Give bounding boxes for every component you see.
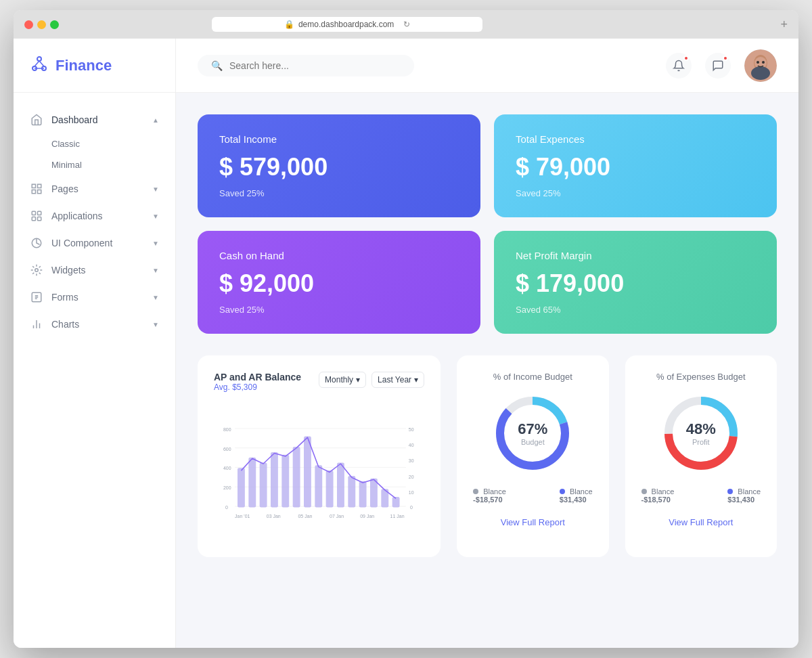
notifications-button[interactable] [666, 53, 692, 79]
donut2-legend-right: Blance $31,430 [727, 487, 761, 504]
forms-arrow: ▼ [152, 294, 159, 301]
donut-expenses-card: % of Expenses Budget [625, 355, 777, 557]
stats-grid: Total Income $ 579,000 Saved 25% Total E… [198, 114, 777, 334]
svg-text:200: 200 [223, 485, 231, 490]
ui-component-arrow: ▼ [152, 240, 159, 247]
svg-rect-47 [293, 447, 300, 507]
sidebar-item-pages[interactable]: Pages ▼ [14, 175, 175, 202]
donut2-legend-right-label: Blance [738, 487, 761, 496]
donut1-legend-left-label: Blance [483, 487, 506, 496]
sidebar-logo: Finance [14, 39, 175, 93]
svg-rect-54 [370, 479, 378, 508]
donut1-sub: Budget [518, 438, 547, 446]
net-profit-sub: Saved 65% [516, 305, 755, 315]
minimize-button[interactable] [37, 20, 46, 29]
svg-rect-13 [32, 217, 35, 221]
svg-rect-8 [38, 190, 41, 194]
svg-rect-12 [38, 217, 41, 221]
total-income-sub: Saved 25% [219, 188, 459, 198]
svg-rect-46 [281, 455, 289, 508]
stat-card-cash-on-hand: Cash on Hand $ 92,000 Saved 25% [198, 231, 480, 334]
total-expenses-value: $ 79,000 [516, 153, 755, 181]
widgets-arrow: ▼ [152, 267, 159, 274]
pages-icon [30, 182, 43, 196]
svg-rect-51 [337, 462, 344, 507]
forms-label: Forms [51, 292, 152, 303]
svg-point-24 [757, 61, 759, 64]
forms-icon [30, 290, 43, 304]
messages-button[interactable] [705, 53, 731, 79]
sidebar-item-forms[interactable]: Forms ▼ [14, 284, 175, 311]
svg-rect-45 [271, 452, 278, 508]
bar-chart-card: AP and AR Balance Avg. $5,309 Monthly ▾ … [198, 355, 441, 557]
url-bar[interactable]: 🔒 demo.dashboardpack.com ↻ [212, 17, 482, 32]
sidebar-item-widgets[interactable]: Widgets ▼ [14, 257, 175, 284]
donut1-dot-right [560, 489, 565, 494]
donut2-percent: 48% [686, 420, 716, 438]
app-container: Finance Dashboard ▲ Classic Minimal [14, 39, 798, 648]
logo-icon [30, 54, 49, 77]
svg-text:Jan '01: Jan '01 [235, 514, 250, 519]
donut2-sub: Profit [686, 438, 716, 446]
donut2-legend-left-val: -$18,570 [641, 496, 675, 504]
sidebar-item-ui-component[interactable]: UI Component ▼ [14, 229, 175, 257]
donut2-view-report[interactable]: View Full Report [669, 517, 733, 527]
donut1-legend-right-val: $31,430 [560, 496, 593, 504]
bar-chart-subtitle: Avg. $5,309 [214, 382, 301, 392]
donut2-legend-right-val: $31,430 [727, 496, 761, 504]
donut1-title: % of Income Budget [473, 372, 592, 382]
svg-rect-11 [38, 211, 41, 215]
charts-icon [30, 317, 43, 331]
header: 🔍 [176, 39, 798, 93]
donut1-dot-left [473, 489, 478, 494]
svg-text:11 Jan: 11 Jan [390, 514, 405, 519]
svg-rect-49 [315, 465, 322, 507]
url-text: demo.dashboardpack.com [298, 20, 394, 29]
add-tab-button[interactable]: + [780, 18, 788, 32]
sidebar-sub-minimal[interactable]: Minimal [14, 154, 175, 175]
applications-icon [30, 209, 43, 223]
sidebar-sub-classic[interactable]: Classic [14, 133, 175, 154]
cash-on-hand-sub: Saved 25% [219, 305, 459, 315]
svg-point-15 [35, 269, 39, 272]
svg-rect-53 [359, 481, 367, 508]
applications-label: Applications [51, 211, 152, 221]
sidebar-item-charts[interactable]: Charts ▼ [14, 311, 175, 338]
sidebar-item-applications[interactable]: Applications ▼ [14, 202, 175, 229]
user-avatar[interactable] [744, 49, 777, 82]
svg-text:800: 800 [223, 427, 231, 432]
donut1-wrapper: 67% Budget [492, 393, 573, 474]
monthly-filter[interactable]: Monthly ▾ [319, 372, 366, 388]
header-right [666, 49, 777, 82]
maximize-button[interactable] [50, 20, 59, 29]
donut2-legend-left-label: Blance [652, 487, 675, 496]
donut-income-card: % of Income Budget [457, 355, 608, 557]
cash-on-hand-label: Cash on Hand [219, 250, 459, 261]
monthly-filter-label: Monthly [325, 375, 353, 385]
svg-point-25 [762, 61, 765, 64]
search-bar[interactable]: 🔍 [198, 55, 414, 76]
year-filter-arrow: ▾ [414, 375, 418, 385]
search-input[interactable] [229, 60, 401, 71]
net-profit-label: Net Profit Margin [516, 250, 755, 261]
lock-icon: 🔒 [284, 20, 294, 29]
sidebar-item-dashboard[interactable]: Dashboard ▲ [14, 106, 175, 133]
stat-card-total-expenses: Total Expences $ 79,000 Saved 25% [494, 114, 777, 217]
chart-filters: Monthly ▾ Last Year ▾ [319, 372, 424, 388]
main-content: 🔍 [176, 39, 798, 648]
charts-row: AP and AR Balance Avg. $5,309 Monthly ▾ … [198, 355, 777, 557]
stat-card-net-profit: Net Profit Margin $ 179,000 Saved 65% [494, 231, 777, 334]
donut2-wrapper: 48% Profit [660, 393, 742, 474]
close-button[interactable] [24, 20, 33, 29]
svg-text:05 Jan: 05 Jan [298, 514, 312, 519]
svg-text:03 Jan: 03 Jan [267, 514, 281, 519]
svg-text:20: 20 [409, 475, 414, 479]
svg-text:50: 50 [409, 427, 414, 432]
year-filter[interactable]: Last Year ▾ [371, 372, 424, 388]
charts-label: Charts [51, 319, 152, 330]
total-expenses-sub: Saved 25% [516, 188, 755, 198]
ui-component-icon [30, 236, 43, 250]
svg-line-4 [39, 61, 44, 66]
total-income-value: $ 579,000 [219, 153, 459, 181]
donut1-view-report[interactable]: View Full Report [501, 517, 565, 527]
